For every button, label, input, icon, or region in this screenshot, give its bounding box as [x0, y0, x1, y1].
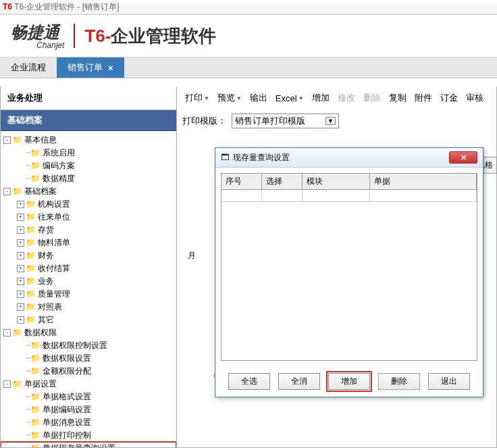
- tree-label: 往来单位: [38, 211, 70, 223]
- toolbar-preview[interactable]: 预览▼: [215, 91, 244, 105]
- tree-node[interactable]: ┈📁单据格式设置: [1, 391, 176, 403]
- expand-icon[interactable]: +: [17, 226, 24, 234]
- tree-node[interactable]: ┈📁数据权限控制设置: [1, 339, 176, 352]
- tree-node[interactable]: +📁其它: [1, 314, 176, 326]
- tree-node[interactable]: ┈📁单据打印控制: [1, 429, 176, 442]
- expand-icon[interactable]: -: [3, 329, 11, 337]
- tree-node[interactable]: -📁数据权限: [1, 326, 176, 339]
- tree-node[interactable]: +📁往来单位: [1, 211, 176, 224]
- expand-icon[interactable]: +: [17, 291, 24, 298]
- col-module: 模块: [303, 174, 370, 189]
- dialog-select-all-button[interactable]: 全选: [228, 373, 270, 390]
- tree-label: 机构设置: [38, 199, 70, 210]
- tree-label: 单据格式设置: [43, 391, 91, 403]
- folder-icon: 📁: [12, 134, 22, 146]
- toolbar-excel[interactable]: Excel▼: [273, 92, 307, 105]
- folder-icon: 📁: [30, 173, 41, 184]
- print-template-select[interactable]: 销售订单打印模版 ▼: [232, 114, 339, 128]
- tree-node[interactable]: -📁单据设置: [1, 378, 176, 391]
- tree-node[interactable]: +📁存货: [1, 224, 176, 237]
- tree-label: 质量管理: [38, 289, 70, 300]
- tab-enterprise-process[interactable]: 企业流程: [0, 57, 57, 78]
- dialog-grid[interactable]: 序号 选择 模块 单据: [221, 173, 477, 361]
- expand-icon[interactable]: -: [3, 136, 11, 144]
- col-select: 选择: [262, 174, 303, 189]
- folder-icon: 📁: [30, 147, 41, 159]
- tree-node[interactable]: +📁业务: [1, 275, 176, 288]
- tree-node[interactable]: ┈📁金额权限分配: [1, 365, 176, 378]
- tree-label: 编码方案: [43, 160, 75, 172]
- tree-node[interactable]: ┈📁系统启用: [1, 147, 176, 159]
- dialog-exit-button[interactable]: 退出: [428, 373, 470, 390]
- toolbar-add[interactable]: 增加: [309, 91, 332, 105]
- close-icon[interactable]: ×: [108, 63, 113, 73]
- folder-icon: 📁: [12, 186, 22, 197]
- tree-node[interactable]: ┈📁单据编码设置: [1, 403, 176, 416]
- expand-icon[interactable]: +: [17, 252, 24, 259]
- tree-label: 基础档案: [24, 186, 57, 197]
- expand-icon[interactable]: +: [17, 214, 24, 221]
- expand-icon[interactable]: +: [17, 303, 24, 311]
- expand-icon[interactable]: -: [3, 188, 11, 195]
- folder-icon: 📁: [26, 301, 36, 313]
- dialog-select-none-button[interactable]: 全消: [278, 373, 320, 390]
- tree-label: 单据现存量查询设置: [43, 443, 115, 447]
- tree-node[interactable]: ┈📁单据现存量查询设置: [1, 442, 176, 447]
- dialog-close-button[interactable]: ✕: [449, 151, 477, 164]
- tree-label: 收付结算: [38, 263, 70, 274]
- tree-node[interactable]: +📁收付结算: [1, 262, 176, 275]
- tree-label: 基本信息: [24, 134, 57, 146]
- folder-icon: 📁: [12, 378, 22, 390]
- toolbar-output[interactable]: 输出: [247, 91, 270, 105]
- tree-label: 单据消息设置: [43, 417, 91, 428]
- folder-icon: 📁: [12, 327, 22, 339]
- tree-label: 数据权限控制设置: [43, 340, 107, 351]
- toolbar-deposit[interactable]: 订金: [438, 91, 461, 105]
- tree-node[interactable]: +📁财务: [1, 249, 176, 262]
- stock-query-dialog: 🗔 现存量查询设置 ✕ 序号 选择 模块 单据 全选 全消 增加 删除 退出: [215, 147, 483, 397]
- tree-node[interactable]: +📁机构设置: [1, 198, 176, 211]
- toolbar-audit[interactable]: 审核: [463, 91, 486, 105]
- expand-icon[interactable]: +: [17, 201, 24, 208]
- dialog-delete-button[interactable]: 删除: [378, 373, 420, 390]
- toolbar-print[interactable]: 打印▼: [182, 91, 212, 105]
- expand-icon[interactable]: +: [17, 265, 24, 272]
- tree-node[interactable]: ┈📁编码方案: [1, 159, 176, 172]
- folder-icon: 📁: [30, 417, 41, 428]
- dialog-title: 现存量查询设置: [233, 152, 290, 164]
- tree-label: 业务: [38, 276, 54, 287]
- tree-node[interactable]: -📁基础档案: [1, 185, 176, 198]
- brand-logo-block: 畅捷通 Chanjet: [11, 22, 64, 50]
- sidebar-heading-business[interactable]: 业务处理: [1, 86, 176, 110]
- col-seq: 序号: [221, 174, 262, 189]
- brand-title: T6-企业管理软件: [84, 24, 216, 48]
- tree-label: 系统启用: [43, 147, 75, 159]
- expand-icon[interactable]: -: [3, 380, 11, 388]
- tree-node[interactable]: ┈📁数据权限设置: [1, 352, 176, 365]
- dialog-buttons: 全选 全消 增加 删除 退出: [215, 366, 483, 397]
- tree-node[interactable]: -📁基本信息: [1, 134, 176, 147]
- folder-icon: 📁: [30, 340, 41, 351]
- expand-icon[interactable]: +: [17, 239, 24, 247]
- folder-icon: 📁: [30, 430, 41, 441]
- expand-icon[interactable]: +: [17, 278, 24, 285]
- tab-sales-order[interactable]: 销售订单 ×: [57, 57, 124, 78]
- folder-icon: 📁: [26, 211, 36, 223]
- folder-icon: 📁: [30, 443, 41, 447]
- tree-node[interactable]: +📁质量管理: [1, 288, 176, 301]
- toolbar-attach[interactable]: 附件: [412, 91, 435, 105]
- toolbar-copy[interactable]: 复制: [386, 91, 409, 105]
- tree-node[interactable]: +📁物料清单: [1, 237, 176, 249]
- expand-icon[interactable]: +: [17, 316, 24, 324]
- window-icon: 🗔: [221, 153, 229, 162]
- tree-label: 金额权限分配: [43, 366, 91, 377]
- tree-node[interactable]: +📁对照表: [1, 301, 176, 314]
- sidebar-heading-archive[interactable]: 基础档案: [1, 110, 176, 131]
- dialog-titlebar[interactable]: 🗔 现存量查询设置 ✕: [215, 148, 483, 168]
- tree-label: 存货: [38, 224, 54, 236]
- tree-node[interactable]: ┈📁单据消息设置: [1, 416, 176, 429]
- window-title: T6 T6-企业管理软件 - [销售订单]: [0, 0, 497, 15]
- tree-node[interactable]: ┈📁数据精度: [1, 172, 176, 185]
- dialog-add-button[interactable]: 增加: [328, 373, 370, 390]
- grid-empty-row[interactable]: [221, 190, 477, 202]
